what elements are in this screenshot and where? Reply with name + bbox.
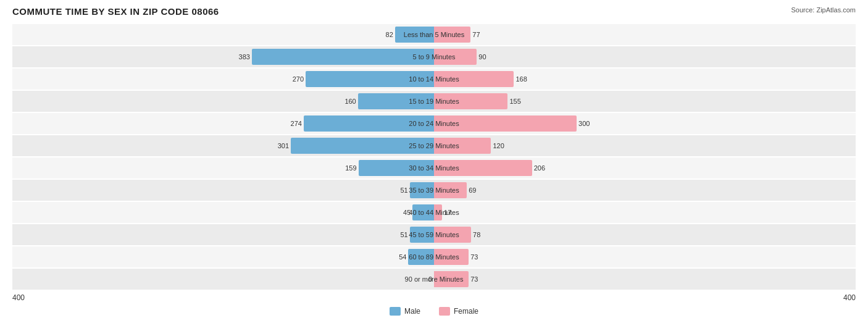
male-bar-container: 51: [29, 182, 434, 198]
bar-row: 90 or more Minutes073: [12, 269, 856, 290]
male-bar-container: 54: [29, 249, 434, 265]
chart-area: Less than 5 Minutes82775 to 9 Minutes383…: [12, 24, 856, 290]
male-bar-container: 270: [29, 71, 434, 87]
female-value: 90: [477, 53, 486, 61]
male-bar-container: 301: [29, 138, 434, 154]
male-bar-container: 51: [29, 227, 434, 243]
female-bar-container: 73: [434, 271, 839, 287]
female-value: 73: [469, 253, 478, 261]
male-value: 82: [386, 31, 395, 38]
female-value: 168: [514, 75, 527, 83]
male-bar-container: 82: [29, 27, 434, 43]
female-value: 120: [491, 142, 504, 149]
female-bar-container: 120: [434, 138, 839, 154]
bar-row: 35 to 39 Minutes5169: [12, 180, 856, 201]
female-bar-container: 155: [434, 93, 839, 109]
female-bar-container: 168: [434, 71, 839, 87]
female-bar-container: 73: [434, 249, 839, 265]
male-value: 54: [399, 253, 408, 261]
female-bar-container: 17: [434, 204, 839, 220]
bar-row: 30 to 34 Minutes159206: [12, 157, 856, 178]
bar-row: Less than 5 Minutes8277: [12, 24, 856, 45]
female-value: 73: [469, 275, 478, 283]
female-value: 77: [470, 31, 480, 38]
axis-right: 400: [843, 293, 856, 302]
category-label: Less than 5 Minutes: [404, 24, 464, 45]
legend: Male Female: [12, 307, 856, 316]
male-bar-container: 383: [29, 49, 434, 65]
female-bar-container: 206: [434, 160, 839, 176]
bar-row: 60 to 89 Minutes5473: [12, 246, 856, 267]
female-value: 300: [577, 120, 590, 127]
male-legend-label: Male: [404, 307, 420, 316]
axis-labels: 400 400: [12, 293, 856, 302]
category-label: 15 to 19 Minutes: [409, 91, 459, 112]
female-value: 206: [532, 164, 545, 172]
male-value: 274: [291, 120, 304, 127]
category-label: 30 to 34 Minutes: [409, 157, 459, 178]
female-bar-container: 300: [434, 115, 839, 132]
female-value: 69: [467, 187, 476, 194]
bar-row: 10 to 14 Minutes270168: [12, 69, 856, 90]
male-bar-container: 45: [29, 204, 434, 220]
category-label: 90 or more Minutes: [405, 269, 464, 290]
bar-row: 45 to 59 Minutes5178: [12, 224, 856, 245]
chart-title: COMMUTE TIME BY SEX IN ZIP CODE 08066: [12, 6, 219, 17]
female-value: 155: [507, 98, 520, 105]
female-legend-label: Female: [454, 307, 478, 316]
male-swatch: [390, 307, 401, 316]
male-value: 301: [278, 142, 291, 149]
bar-row: 20 to 24 Minutes274300: [12, 113, 856, 134]
source-label: Source: ZipAtlas.com: [791, 6, 856, 14]
axis-left: 400: [12, 293, 25, 302]
female-bar-container: 78: [434, 227, 839, 243]
male-bar-container: 160: [29, 93, 434, 109]
legend-female: Female: [439, 307, 478, 316]
male-bar-container: 274: [29, 115, 434, 132]
category-label: 10 to 14 Minutes: [409, 69, 459, 90]
bar-row: 40 to 44 Minutes4517: [12, 202, 856, 223]
female-value: 78: [471, 231, 480, 238]
bar-row: 15 to 19 Minutes160155: [12, 91, 856, 112]
male-value: 270: [293, 75, 306, 83]
male-value: 160: [344, 98, 357, 105]
category-label: 35 to 39 Minutes: [409, 180, 459, 201]
bar-row: 25 to 29 Minutes301120: [12, 135, 856, 156]
bar-row: 5 to 9 Minutes38390: [12, 46, 856, 67]
male-bar: [252, 49, 434, 65]
female-swatch: [439, 307, 450, 316]
category-label: 5 to 9 Minutes: [412, 46, 455, 67]
legend-male: Male: [390, 307, 420, 316]
female-bar-container: 90: [434, 49, 839, 65]
male-bar-container: 159: [29, 160, 434, 176]
category-label: 45 to 59 Minutes: [409, 224, 459, 245]
category-label: 25 to 29 Minutes: [409, 135, 459, 156]
female-bar-container: 77: [434, 27, 839, 43]
category-label: 20 to 24 Minutes: [409, 113, 459, 134]
category-label: 60 to 89 Minutes: [409, 246, 459, 267]
male-bar-container: 0: [29, 271, 434, 287]
male-value: 159: [345, 164, 358, 172]
category-label: 40 to 44 Minutes: [409, 202, 459, 223]
male-value: 383: [239, 53, 252, 61]
female-bar-container: 69: [434, 182, 839, 198]
chart-header: COMMUTE TIME BY SEX IN ZIP CODE 08066 So…: [12, 6, 856, 17]
